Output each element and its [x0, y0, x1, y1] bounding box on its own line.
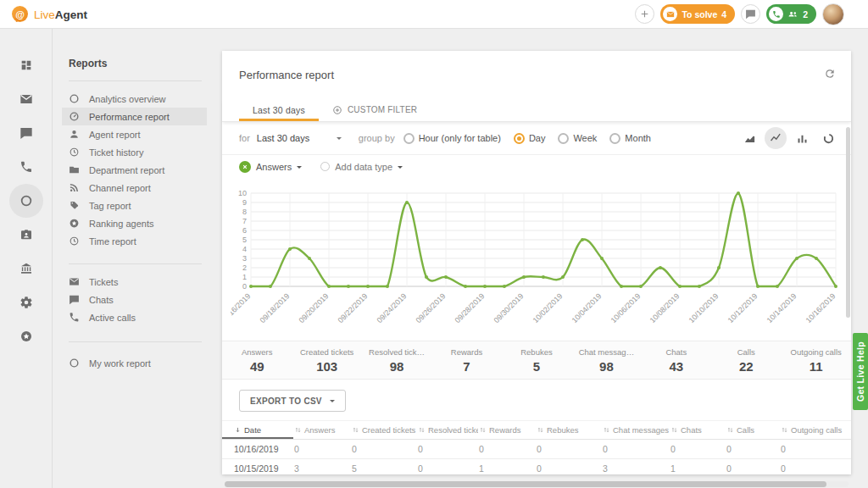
rail-item-dashboard[interactable] — [9, 48, 43, 82]
ranking-agents-icon — [69, 218, 80, 229]
cell-value: 0 — [602, 440, 670, 459]
column-header-chat-messages[interactable]: Chat messages — [602, 421, 670, 440]
tab-custom-filter[interactable]: CUSTOM FILTER — [319, 98, 431, 121]
area-chart-button[interactable] — [738, 127, 760, 149]
tab-last-30-days[interactable]: Last 30 days — [239, 98, 319, 121]
rail-item-calls[interactable] — [9, 150, 43, 184]
analytics-overview-icon — [69, 93, 80, 104]
get-live-help-tab[interactable]: Get Live Help — [853, 333, 868, 410]
svg-text:10/14/2019: 10/14/2019 — [765, 291, 798, 324]
stat-chat-messag: Chat messag…98 — [571, 341, 641, 379]
liveagent-logo-icon: @ — [12, 6, 28, 22]
add-button[interactable] — [635, 4, 654, 24]
svg-text:10/08/2019: 10/08/2019 — [648, 291, 681, 324]
stat-label: Chat messag… — [579, 347, 634, 357]
chat-icon — [745, 8, 756, 19]
rail-item-tickets[interactable] — [9, 82, 43, 116]
svg-text:10/16/2019: 10/16/2019 — [804, 291, 837, 324]
sidebar-item-agent-report[interactable]: Agent report — [62, 125, 207, 143]
sidebar-item-tickets[interactable]: Tickets — [62, 273, 207, 291]
rail-item-upgrade[interactable] — [9, 319, 43, 353]
performance-report-card: Performance report Last 30 days CUSTOM F… — [222, 51, 851, 474]
bar-chart-button[interactable] — [791, 127, 813, 149]
rail-item-chats[interactable] — [9, 116, 43, 150]
cell-value: 0 — [417, 459, 478, 479]
divider — [69, 263, 202, 264]
refresh-button[interactable] — [824, 68, 836, 82]
radio-label: Hour (only for table) — [419, 133, 501, 143]
export-to-csv-button[interactable]: EXPORT TO CSV — [239, 390, 346, 412]
column-header-outgoing-calls[interactable]: Outgoing calls — [780, 421, 851, 440]
sidebar-item-channel-report[interactable]: Channel report — [62, 179, 207, 197]
sidebar-item-analytics-overview[interactable]: Analytics overview — [62, 90, 207, 108]
active-calls-icon — [69, 312, 80, 323]
sidebar-item-chats[interactable]: Chats — [62, 291, 207, 308]
donut-chart-button[interactable] — [817, 127, 839, 149]
scrollbar-thumb[interactable] — [225, 481, 826, 487]
sidebar-item-performance-report[interactable]: Performance report — [62, 108, 207, 125]
sidebar-item-tag-report[interactable]: Tag report — [62, 197, 207, 214]
sidebar-item-department-report[interactable]: Department report — [62, 161, 207, 179]
calls-badge[interactable]: 2 — [766, 4, 816, 24]
column-header-answers[interactable]: Answers — [293, 421, 351, 440]
column-header-created-tickets[interactable]: Created tickets — [351, 421, 417, 440]
sidebar-item-time-report[interactable]: Time report — [62, 232, 207, 250]
cell-value: 0 — [726, 440, 780, 459]
group-by-options: Hour (only for table)DayWeekMonth — [403, 133, 664, 144]
stat-chats: Chats43 — [642, 341, 711, 379]
tab-bar: Last 30 days CUSTOM FILTER — [222, 98, 851, 122]
svg-text:09/24/2019: 09/24/2019 — [375, 291, 408, 324]
stat-calls: Calls22 — [711, 341, 781, 379]
radio-week[interactable]: Week — [558, 133, 597, 144]
column-header-resolved-tickets[interactable]: Resolved tickets — [417, 421, 478, 440]
column-header-date[interactable]: Date — [222, 421, 293, 440]
column-header-rebukes[interactable]: Rebukes — [536, 421, 602, 440]
sidebar-item-my-work-report[interactable]: My work report — [62, 354, 207, 372]
rail-item-customers[interactable] — [9, 218, 43, 252]
radio-day[interactable]: Day — [514, 133, 546, 144]
radio-icon — [514, 133, 525, 144]
stat-answers: Answers49 — [222, 341, 292, 379]
rail-item-settings[interactable] — [9, 286, 43, 319]
radio-hour-only-for-table[interactable]: Hour (only for table) — [403, 133, 501, 144]
column-header-rewards[interactable]: Rewards — [478, 421, 536, 440]
column-label: Date — [244, 425, 261, 435]
rail-item-academy[interactable] — [9, 252, 43, 286]
stat-label: Rebukes — [520, 347, 553, 357]
remove-series-button[interactable] — [239, 161, 251, 173]
user-avatar[interactable] — [822, 3, 844, 25]
horizontal-scrollbar[interactable] — [225, 481, 849, 487]
academy-icon — [19, 262, 33, 275]
add-series-radio[interactable] — [320, 162, 330, 171]
svg-text:1: 1 — [242, 273, 247, 281]
radio-month[interactable]: Month — [609, 133, 651, 144]
sidebar-item-ranking-agents[interactable]: Ranking agents — [62, 214, 207, 232]
column-header-chats[interactable]: Chats — [670, 421, 726, 440]
svg-text:8: 8 — [242, 208, 247, 216]
sidebar-item-active-calls[interactable]: Active calls — [62, 308, 207, 326]
stat-label: Outgoing calls — [791, 347, 842, 357]
chevron-down-icon[interactable] — [398, 166, 403, 171]
rail-item-reports[interactable] — [9, 184, 43, 218]
liveagent-logo[interactable]: @ LiveAgent — [12, 6, 87, 22]
vertical-scrollbar[interactable] — [846, 127, 850, 318]
line-chart-button[interactable] — [765, 127, 787, 149]
add-data-type-label: Add data type — [335, 162, 392, 172]
menu-item-label: Tickets — [89, 277, 118, 287]
menu-item-label: Ranking agents — [89, 219, 153, 229]
department-report-icon — [69, 164, 80, 175]
area-chart-icon — [743, 132, 756, 145]
table-row: 10/16/2019000000000 — [222, 440, 851, 459]
svg-text:3: 3 — [242, 254, 247, 263]
line-chart-icon — [770, 132, 782, 145]
sidebar-item-ticket-history[interactable]: Ticket history — [62, 143, 207, 161]
chat-toggle-button[interactable] — [741, 4, 760, 24]
date-range-select[interactable]: Last 30 days — [257, 133, 342, 143]
chevron-down-icon[interactable] — [297, 166, 302, 171]
tag-report-icon — [69, 200, 80, 211]
svg-text:09/26/2019: 09/26/2019 — [414, 291, 447, 324]
menu-item-label: Tag report — [89, 201, 131, 211]
svg-text:4: 4 — [242, 245, 247, 253]
column-header-calls[interactable]: Calls — [726, 421, 780, 440]
to-solve-badge[interactable]: To solve 4 — [660, 4, 735, 24]
